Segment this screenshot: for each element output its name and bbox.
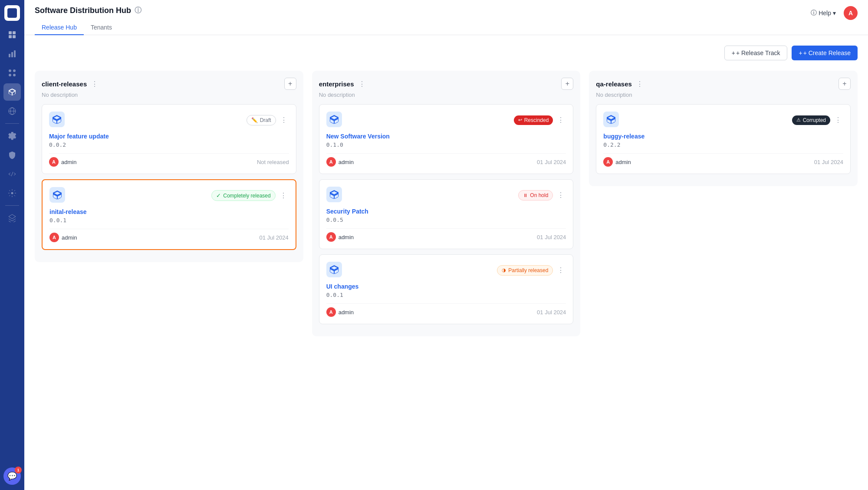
card-author-ui-changes: A admin — [326, 307, 354, 317]
content-toolbar: + + Release Track + + Create Release — [35, 46, 858, 60]
svg-point-8 — [13, 69, 16, 72]
card-menu-button[interactable]: ⋮ — [279, 115, 289, 125]
card-divider — [326, 153, 566, 154]
top-navigation: Software Distribution Hub ⓘ ⓘ Help ▾ A R… — [24, 0, 868, 35]
sidebar-icon-grid[interactable] — [3, 26, 21, 43]
card-menu-button[interactable]: ⋮ — [833, 115, 843, 125]
sidebar-icon-distribution[interactable] — [3, 83, 21, 101]
title-help-icon[interactable]: ⓘ — [135, 6, 141, 15]
card-menu-button[interactable]: ⋮ — [556, 115, 566, 125]
release-card-initial-release[interactable]: ✓ Completely released ⋮ inital-release 0… — [42, 179, 296, 250]
author-name: admin — [615, 159, 631, 165]
column-header-qa-releases: qa-releases ⋮ + — [596, 78, 851, 90]
svg-point-9 — [9, 74, 11, 76]
app-title-bar: Software Distribution Hub ⓘ — [35, 6, 858, 15]
column-menu-button[interactable]: ⋮ — [89, 79, 100, 89]
column-add-button[interactable]: + — [561, 78, 573, 90]
card-date-initial-release: 01 Jul 2024 — [259, 234, 288, 241]
sidebar-divider — [5, 123, 19, 124]
column-menu-button[interactable]: ⋮ — [635, 79, 645, 89]
column-actions-enterprises: + — [561, 78, 573, 90]
card-author-new-software: A admin — [326, 157, 354, 167]
column-title-enterprises: enterprises ⋮ — [319, 79, 367, 89]
card-title-initial-release: inital-release — [49, 208, 289, 215]
author-name: admin — [61, 159, 76, 165]
column-title-qa-releases: qa-releases ⋮ — [596, 79, 645, 89]
card-title-major-feature: Major feature update — [49, 133, 289, 140]
release-card-new-software[interactable]: ↩ Rescinded ⋮ New Software Version 0.1.0… — [319, 104, 574, 174]
release-card-major-feature[interactable]: ✏️ Draft ⋮ Major feature update 0.0.2 A … — [42, 104, 296, 174]
svg-point-15 — [11, 192, 13, 194]
author-avatar: A — [326, 232, 336, 242]
card-divider — [326, 228, 566, 229]
sidebar-icon-code[interactable] — [3, 165, 21, 183]
card-status-security-patch: ⏸ On hold ⋮ — [518, 190, 566, 201]
card-box-icon — [326, 262, 342, 279]
card-version-initial-release: 0.0.1 — [49, 217, 289, 224]
card-menu-button[interactable]: ⋮ — [278, 191, 289, 201]
author-name: admin — [339, 309, 354, 316]
column-menu-button[interactable]: ⋮ — [357, 79, 367, 89]
author-name: admin — [339, 159, 354, 165]
user-avatar[interactable]: A — [844, 6, 858, 20]
card-version-ui-changes: 0.0.1 — [326, 292, 566, 298]
card-footer-major-feature: A admin Not released — [49, 157, 289, 167]
help-button[interactable]: ⓘ Help ▾ — [806, 7, 840, 20]
card-date-major-feature: Not released — [257, 159, 289, 165]
column-title-text: client-releases — [42, 80, 87, 88]
sidebar-icon-layers[interactable] — [3, 209, 21, 227]
sidebar-icon-modules[interactable] — [3, 64, 21, 82]
svg-rect-0 — [9, 31, 12, 34]
column-qa-releases: qa-releases ⋮ + No description ⚠ Corrupt… — [589, 71, 858, 186]
card-divider — [603, 153, 843, 154]
status-badge-rescinded: ↩ Rescinded — [514, 115, 553, 125]
author-avatar: A — [326, 157, 336, 167]
release-track-plus-icon: + — [732, 49, 735, 56]
sidebar-icon-globe[interactable] — [3, 102, 21, 120]
card-box-icon — [49, 187, 65, 204]
card-version-buggy-release: 0.2.2 — [603, 141, 843, 148]
sidebar-icon-settings[interactable] — [3, 127, 21, 145]
sidebar-icon-gear2[interactable] — [3, 184, 21, 202]
card-header-new-software: ↩ Rescinded ⋮ — [326, 112, 566, 128]
card-author-major-feature: A admin — [49, 157, 76, 167]
tab-release-hub[interactable]: Release Hub — [35, 20, 84, 35]
card-status-buggy-release: ⚠ Corrupted ⋮ — [792, 115, 843, 125]
release-track-label: + Release Track — [736, 49, 780, 56]
release-card-ui-changes[interactable]: ◑ Partially released ⋮ UI changes 0.0.1 … — [319, 254, 574, 324]
column-title-text: qa-releases — [596, 80, 632, 88]
sidebar: 💬 1 — [0, 0, 24, 490]
card-divider — [326, 303, 566, 304]
tab-tenants[interactable]: Tenants — [84, 20, 119, 35]
release-card-security-patch[interactable]: ⏸ On hold ⋮ Security Patch 0.0.5 A admin… — [319, 179, 574, 249]
column-enterprises: enterprises ⋮ + No description ↩ Rescind… — [312, 71, 581, 336]
card-status-new-software: ↩ Rescinded ⋮ — [514, 115, 566, 125]
svg-rect-2 — [9, 35, 12, 38]
column-add-button[interactable]: + — [284, 78, 296, 90]
create-release-button[interactable]: + + Create Release — [792, 46, 858, 60]
column-title-text: enterprises — [319, 80, 354, 88]
column-actions-client-releases: + — [284, 78, 296, 90]
card-box-icon — [603, 112, 619, 128]
discord-notification-badge: 1 — [15, 467, 22, 474]
sidebar-logo[interactable] — [4, 5, 20, 21]
svg-rect-5 — [11, 52, 13, 57]
status-badge-corrupted: ⚠ Corrupted — [792, 115, 830, 125]
card-header-ui-changes: ◑ Partially released ⋮ — [326, 262, 566, 279]
card-version-new-software: 0.1.0 — [326, 141, 566, 148]
release-track-button[interactable]: + + Release Track — [724, 46, 788, 60]
sidebar-bottom: 💬 1 — [3, 467, 21, 485]
discord-button[interactable]: 💬 1 — [3, 467, 21, 485]
card-menu-button[interactable]: ⋮ — [556, 265, 566, 275]
card-status-major-feature: ✏️ Draft ⋮ — [247, 115, 289, 125]
card-menu-button[interactable]: ⋮ — [556, 190, 566, 200]
author-avatar: A — [49, 157, 59, 167]
sidebar-icon-shield[interactable] — [3, 146, 21, 164]
release-card-buggy-release[interactable]: ⚠ Corrupted ⋮ buggy-release 0.2.2 A admi… — [596, 104, 851, 174]
card-date-security-patch: 01 Jul 2024 — [537, 234, 566, 240]
card-header-initial-release: ✓ Completely released ⋮ — [49, 187, 289, 204]
topnav-right-actions: ⓘ Help ▾ A — [806, 6, 858, 20]
sidebar-icon-chart[interactable] — [3, 45, 21, 62]
column-add-button[interactable]: + — [838, 78, 851, 90]
status-badge-released: ✓ Completely released — [211, 190, 275, 201]
